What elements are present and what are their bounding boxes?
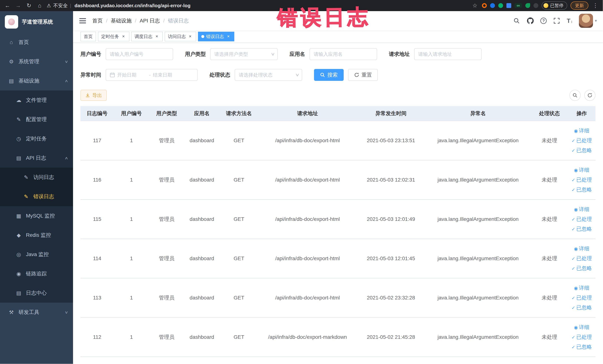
hamburger-icon[interactable] <box>79 17 86 24</box>
sidebar-item-java-monitor[interactable]: ◎ Java 监控 <box>0 245 73 264</box>
home-icon[interactable]: ⌂ <box>36 0 43 11</box>
sidebar-item-trace[interactable]: ◉ 链路追踪 <box>0 264 73 283</box>
cell-method: GET <box>220 121 258 160</box>
extension-on-icon[interactable]: on <box>515 3 522 8</box>
tab-schedule-log[interactable]: 调度日志 × <box>131 32 163 41</box>
ignored-link[interactable]: ✓已忽略 <box>570 224 593 234</box>
doc-icon: ✎ <box>23 174 29 180</box>
back-icon[interactable]: ← <box>4 0 11 11</box>
detail-link[interactable]: ◉详细 <box>570 126 593 136</box>
reload-icon[interactable]: ↻ <box>25 0 33 11</box>
detail-link[interactable]: ◉详细 <box>570 165 593 175</box>
tab-scheduled-task[interactable]: 定时任务 × <box>98 32 129 41</box>
sidebar-item-system[interactable]: ⚙ 系统管理 ∨ <box>0 52 73 71</box>
request-url-input[interactable] <box>418 51 477 57</box>
table-row: 116 1 管理员 dashboard GET /api/infra/db-do… <box>81 160 595 200</box>
process-status-select-input[interactable] <box>239 72 293 78</box>
cell-log-id: 117 <box>81 121 114 160</box>
end-date-input[interactable] <box>153 72 183 78</box>
breadcrumb-item[interactable]: 首页 <box>92 17 103 24</box>
sidebar-item-config-manage[interactable]: ✎ 配置管理 <box>0 110 73 129</box>
tab-home[interactable]: 首页 <box>81 32 96 41</box>
sidebar-item-infra[interactable]: ▤ 基础设施 ∧ <box>0 71 73 91</box>
font-size-icon[interactable]: T ↕ <box>567 17 573 24</box>
processed-link[interactable]: ✓已处理 <box>570 136 593 146</box>
toggle-search-button[interactable] <box>569 90 580 101</box>
ignored-link[interactable]: ✓已忽略 <box>570 146 593 155</box>
ignored-link[interactable]: ✓已忽略 <box>570 263 593 273</box>
extension-icon[interactable] <box>525 3 530 8</box>
security-indicator[interactable]: ⚠ 不安全 | <box>47 2 71 9</box>
app-name-input[interactable] <box>314 51 373 57</box>
tab-close-icon[interactable]: × <box>226 34 231 39</box>
navbar: 首页 / 基础设施 / API 日志 / 错误日志 <box>73 11 603 30</box>
user-type-select[interactable]: ∨ <box>210 48 278 60</box>
ignored-link[interactable]: ✓已忽略 <box>570 185 593 195</box>
process-status-select[interactable]: ∨ <box>235 69 302 81</box>
forward-icon[interactable]: → <box>14 0 22 11</box>
processed-link[interactable]: ✓已处理 <box>570 254 593 263</box>
extension-icon[interactable] <box>490 3 495 8</box>
sidebar-item-file-manage[interactable]: ☁ 文件管理 <box>0 91 73 110</box>
extension-icon[interactable] <box>533 3 538 8</box>
cell-exception: java.lang.IllegalArgumentException <box>425 160 531 200</box>
export-button[interactable]: 导出 <box>81 90 107 101</box>
sidebar-item-label: 日志中心 <box>26 289 47 296</box>
tab-access-log[interactable]: 访问日志 × <box>165 32 196 41</box>
tab-close-icon[interactable]: × <box>154 34 159 39</box>
search-icon <box>320 72 325 78</box>
extension-icon[interactable] <box>498 3 503 8</box>
detail-link[interactable]: ◉详细 <box>570 283 593 293</box>
tab-close-icon[interactable]: × <box>121 34 126 39</box>
start-date-input[interactable] <box>117 72 147 78</box>
sidebar-item-redis-monitor[interactable]: ◆ Redis 监控 <box>0 225 73 245</box>
log-center-icon: ▤ <box>16 290 22 296</box>
refresh-table-button[interactable] <box>584 90 595 101</box>
breadcrumb-item[interactable]: 基础设施 <box>111 17 132 24</box>
processed-link[interactable]: ✓已处理 <box>570 175 593 185</box>
fullscreen-icon[interactable] <box>553 17 560 24</box>
app-logo[interactable]: 芋道管理系统 <box>0 11 73 33</box>
paused-badge[interactable]: 已暂停 <box>542 1 567 10</box>
detail-link[interactable]: ◉详细 <box>570 244 593 254</box>
user-id-input[interactable] <box>110 51 169 57</box>
sidebar-item-log-center[interactable]: ▤ 日志中心 <box>0 283 73 303</box>
date-range-picker[interactable]: - <box>106 69 197 81</box>
detail-link[interactable]: ◉详细 <box>570 205 593 214</box>
kebab-menu-icon[interactable]: ⋮ <box>592 0 599 11</box>
update-button[interactable]: 更新 <box>570 1 588 10</box>
tab-close-icon[interactable]: × <box>188 34 193 39</box>
github-icon[interactable] <box>527 17 534 24</box>
search-icon[interactable] <box>513 17 520 24</box>
processed-link[interactable]: ✓已处理 <box>570 332 593 342</box>
check-icon: ✓ <box>571 177 575 182</box>
col-url: 请求地址 <box>258 106 357 121</box>
processed-link[interactable]: ✓已处理 <box>570 214 593 224</box>
sidebar-item-access-log[interactable]: ✎ 访问日志 <box>0 168 73 187</box>
ignored-link[interactable]: ✓已忽略 <box>570 342 593 352</box>
processed-label: 已处理 <box>576 177 592 183</box>
extension-icon[interactable] <box>506 3 511 8</box>
sidebar-item-mysql-monitor[interactable]: ▦ MySQL 监控 <box>0 206 73 225</box>
tab-error-log[interactable]: 错误日志 × <box>198 32 234 41</box>
table-tools <box>569 90 595 101</box>
check-icon: ✓ <box>571 148 575 153</box>
ignored-link[interactable]: ✓已忽略 <box>570 303 593 313</box>
sidebar-item-home[interactable]: ⌂ 首页 <box>0 33 73 52</box>
font-size-letter: T <box>567 17 570 24</box>
user-type-select-input[interactable] <box>214 51 268 57</box>
extension-icon[interactable] <box>482 3 487 8</box>
help-icon[interactable]: ? <box>540 18 547 24</box>
breadcrumb-item[interactable]: API 日志 <box>140 17 160 24</box>
sidebar-item-api-log[interactable]: ▤ API 日志 ∧ <box>0 148 73 168</box>
reset-button[interactable]: 重置 <box>348 69 378 81</box>
processed-link[interactable]: ✓已处理 <box>570 293 593 303</box>
sidebar-item-error-log[interactable]: ✎ 错误日志 <box>0 187 73 206</box>
sidebar-item-dev-tools[interactable]: ⚒ 研发工具 ∨ <box>0 303 73 322</box>
search-button[interactable]: 搜索 <box>314 69 344 81</box>
address-bar[interactable]: dashboard.yudao.iocoder.cn/infra/log/api… <box>74 3 468 9</box>
detail-link[interactable]: ◉详细 <box>570 322 593 332</box>
sidebar-item-scheduled-task[interactable]: ◷ 定时任务 <box>0 129 73 148</box>
bookmark-star-icon[interactable]: ☆ <box>471 0 479 11</box>
user-menu[interactable]: ▾ <box>579 14 597 28</box>
